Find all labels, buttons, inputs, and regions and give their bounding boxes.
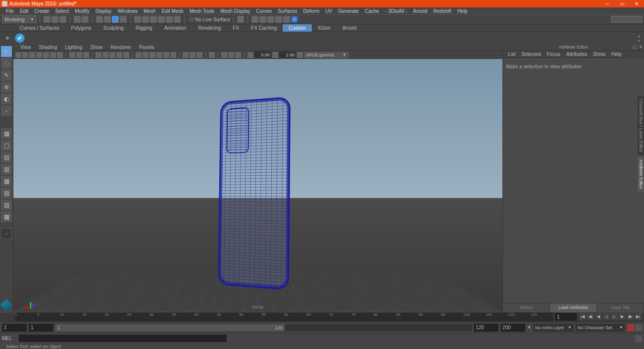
custom-check-icon[interactable]: ✔ [15, 33, 25, 43]
attr-attributes[interactable]: Attributes [563, 51, 590, 57]
select-multi-icon[interactable] [120, 16, 127, 23]
menu-select[interactable]: Select [52, 8, 72, 14]
snap-view-icon[interactable] [174, 16, 181, 23]
attr-select-button[interactable]: Select [503, 303, 550, 312]
attr-show[interactable]: Show [590, 51, 608, 57]
menu-edit-mesh[interactable]: Edit Mesh [158, 8, 186, 14]
gamma-icon[interactable] [272, 52, 278, 58]
grid-icon[interactable] [69, 52, 75, 58]
isolate-icon[interactable] [136, 52, 142, 58]
vp-lighting[interactable]: Lighting [61, 45, 86, 50]
step-back-icon[interactable]: ◀ [595, 313, 602, 320]
menu-create[interactable]: Create [31, 8, 52, 14]
vert-tab-attribute-editor[interactable]: Attribute Editor [638, 156, 644, 192]
auto-key-icon[interactable] [627, 324, 634, 331]
range-inner-start-field[interactable]: 1 [29, 324, 53, 332]
film-gate-icon[interactable] [50, 52, 56, 58]
shelf-fx[interactable]: FX [227, 24, 245, 32]
menu-redshift[interactable]: Redshift [430, 8, 454, 14]
shelf-scroll-down-icon[interactable]: ▾ [638, 39, 643, 43]
layout-two-icon[interactable]: ▥ [1, 164, 12, 175]
hypershade-icon[interactable] [275, 16, 282, 23]
smooth-shade-icon[interactable] [102, 52, 108, 58]
go-start-icon[interactable]: |◀ [579, 313, 586, 320]
use-lights-icon[interactable] [116, 52, 122, 58]
workspace-dropdown[interactable]: Modeling ▼ [2, 15, 37, 23]
panel-layout3-icon[interactable] [627, 16, 634, 23]
shelf-arnold[interactable]: Arnold [336, 24, 362, 32]
multi-sample-icon[interactable] [170, 52, 176, 58]
render-view-icon[interactable] [283, 16, 290, 23]
range-inner-end-field[interactable]: 120 [474, 324, 498, 332]
vp-panels[interactable]: Panels [135, 45, 158, 50]
image-plane-icon[interactable] [29, 52, 35, 58]
select-hier-icon[interactable] [104, 16, 111, 23]
no-live-surface[interactable]: No Live Surface [190, 17, 230, 22]
render-settings-icon[interactable] [267, 16, 274, 23]
attr-focus[interactable]: Focus [544, 51, 563, 57]
more3-icon[interactable] [235, 52, 241, 58]
pin-icon[interactable]: ▢ [633, 45, 637, 50]
step-forward-icon[interactable]: ▶ [619, 313, 626, 320]
menu-file[interactable]: File [3, 8, 17, 14]
more2-icon[interactable] [228, 52, 234, 58]
range-slider[interactable]: 1 120 [55, 324, 472, 331]
timeline-ruler[interactable]: 1510152025303540455055606570758085909510… [15, 312, 553, 321]
layout-four-icon[interactable]: ▤ [1, 152, 12, 163]
more1-icon[interactable] [221, 52, 227, 58]
grease-icon[interactable] [43, 52, 49, 58]
select-tool[interactable]: ↖ [1, 46, 12, 57]
custom-slot[interactable]: - [1, 228, 12, 239]
save-scene-icon[interactable] [59, 16, 66, 23]
close-panel-icon[interactable]: ✕ [639, 45, 643, 50]
phone-wireframe-object[interactable] [218, 97, 291, 290]
command-input[interactable] [19, 335, 227, 342]
ipr-render-icon[interactable] [259, 16, 266, 23]
snap-grid-icon[interactable] [134, 16, 141, 23]
range-dd-icon[interactable]: ▼ [527, 325, 531, 330]
colorspace-icon[interactable] [297, 52, 303, 58]
shelf-menu-icon[interactable] [6, 37, 9, 40]
menu-cache[interactable]: Cache [362, 8, 382, 14]
vp-show[interactable]: Show [86, 45, 106, 50]
attr-help[interactable]: Help [608, 51, 625, 57]
gamma-dropdown[interactable]: sRGB gamma ▼ [304, 51, 348, 58]
step-forward-key-icon[interactable]: |▶ [627, 313, 634, 320]
xray-joints-icon[interactable] [149, 52, 155, 58]
undo-icon[interactable] [74, 16, 81, 23]
move-tool[interactable]: ⊕ [1, 82, 12, 93]
layout-outliner-icon[interactable]: ▦ [1, 176, 12, 187]
menu-surfaces[interactable]: Surfaces [275, 8, 300, 14]
shelf-rigging[interactable]: Rigging [130, 24, 158, 32]
menu-arnold[interactable]: Arnold [410, 8, 430, 14]
shelf-fxcaching[interactable]: FX Caching [245, 24, 283, 32]
exposure-icon[interactable] [209, 52, 215, 58]
motion-blur-icon[interactable] [163, 52, 169, 58]
layout-graph-icon[interactable]: ▨ [1, 199, 12, 210]
layout-hyper-icon[interactable]: ▩ [1, 211, 12, 222]
snap-point-icon[interactable] [150, 16, 157, 23]
cmd-language-label[interactable]: MEL [2, 336, 17, 341]
last-tool[interactable]: ▦ [1, 128, 12, 139]
menu-mesh[interactable]: Mesh [141, 8, 158, 14]
shelf-xgen[interactable]: XGen [312, 24, 337, 32]
current-frame-field[interactable]: 1 [555, 313, 577, 321]
select-comp-icon[interactable] [112, 16, 119, 23]
range-start-field[interactable]: 1 [2, 324, 27, 332]
snap-live-icon[interactable] [166, 16, 173, 23]
film-origin-icon[interactable] [76, 52, 82, 58]
menu-mesh-tools[interactable]: Mesh Tools [187, 8, 217, 14]
vp-renderer[interactable]: Renderer [106, 45, 135, 50]
redo-icon[interactable] [82, 16, 89, 23]
textured-icon[interactable] [109, 52, 115, 58]
menu-help[interactable]: Help [454, 8, 471, 14]
camera-select-icon[interactable] [15, 52, 21, 58]
panel-layout1-icon[interactable] [611, 16, 618, 23]
layout-persp-icon[interactable]: ▧ [1, 188, 12, 199]
menu-display[interactable]: Display [93, 8, 115, 14]
res-gate-icon[interactable] [57, 52, 63, 58]
step-back-key-icon[interactable]: ◀| [587, 313, 594, 320]
wireframe-icon[interactable] [96, 52, 101, 58]
minimize-button[interactable]: ─ [599, 1, 614, 6]
menu-curves[interactable]: Curves [253, 8, 275, 14]
